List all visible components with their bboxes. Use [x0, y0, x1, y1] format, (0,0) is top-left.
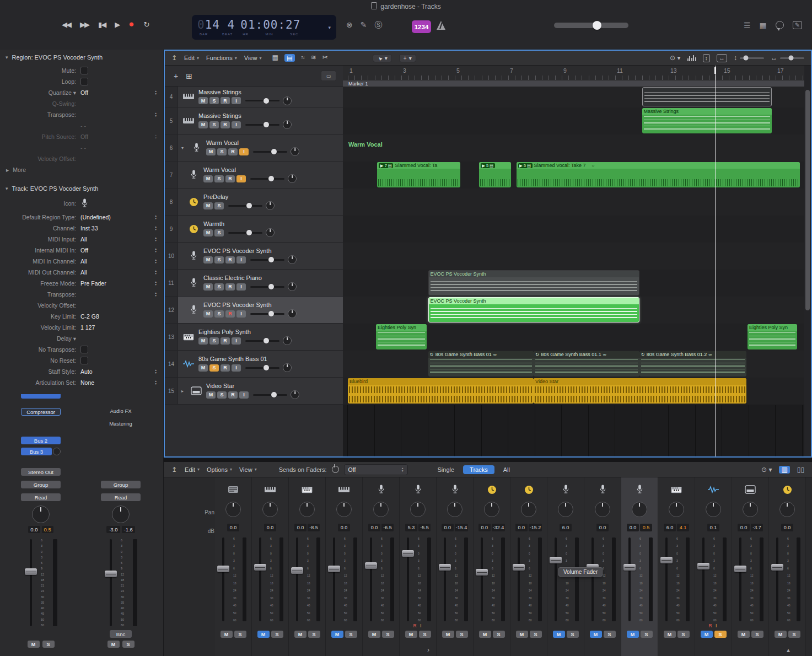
volume-fader[interactable]: 6303612182430405060 [363, 536, 399, 623]
fader-cap[interactable] [291, 567, 303, 574]
take-badge[interactable]: ▶7▤ [379, 163, 393, 168]
library-monitor-button[interactable]: ▭ [321, 71, 336, 81]
volume-fader[interactable]: 6303612182430405060 [769, 536, 805, 623]
track-r-button[interactable]: R [221, 97, 230, 104]
volume-fader[interactable]: 6303612182430405060 [252, 536, 288, 623]
compose-icon[interactable]: ✎ [793, 21, 802, 29]
volume-fader[interactable]: 6303612182430405060 [547, 536, 584, 623]
vertical-zoom-slider[interactable]: ↕ [734, 55, 764, 61]
fader-cap[interactable] [623, 564, 636, 571]
mute-button[interactable]: M [516, 631, 528, 638]
region[interactable]: EVOC PS Vocoder Synth [428, 297, 639, 322]
mute-button[interactable]: M [738, 631, 750, 638]
disclosure-chevron-icon[interactable]: ▸ [181, 389, 186, 394]
track-i-button[interactable]: I [236, 256, 246, 264]
scroll-up-icon[interactable]: ▴ [787, 646, 790, 654]
track-s-button[interactable]: S [214, 202, 224, 209]
mute-button[interactable]: M [28, 641, 40, 648]
track-pan-knob[interactable] [291, 147, 299, 156]
param-checkbox[interactable] [80, 67, 88, 74]
fader-cap[interactable] [328, 566, 340, 572]
track-name[interactable]: 80s Game Synth Bass 01 [198, 356, 340, 362]
fader-cap[interactable] [771, 564, 783, 571]
split-icon[interactable]: ✂ [322, 54, 328, 62]
fader-cap[interactable] [105, 571, 117, 577]
pan-knob[interactable] [447, 502, 463, 517]
automation-read-button[interactable]: Read [101, 493, 141, 501]
automation-input-labels[interactable] [547, 623, 584, 629]
track-header[interactable]: 1480s Game Synth Bass 01MSRI [165, 351, 343, 378]
track-s-button[interactable]: S [209, 97, 219, 104]
stepper-icon[interactable]: ▴▾ [155, 369, 157, 374]
region[interactable]: ↻80s Game Synth Bass 01.2∞ [639, 351, 746, 377]
track-lane[interactable] [343, 243, 804, 270]
group-button[interactable]: Group [101, 481, 141, 488]
param-value[interactable]: Auto [80, 368, 93, 375]
pan-knob[interactable] [336, 502, 352, 517]
automation-input-labels[interactable] [621, 623, 658, 629]
mixer-strip[interactable]: 5.3-5.56303612182430405060R IMS [400, 477, 437, 656]
solo-mode-icon[interactable]: Ⓢ [374, 21, 382, 29]
gain-value[interactable]: 0.0 [294, 524, 306, 531]
param-value[interactable]: C-2 G8 [80, 313, 99, 320]
solo-button[interactable]: S [42, 641, 55, 648]
mute-button[interactable]: M [294, 631, 306, 638]
region[interactable]: Massive Strings [642, 108, 772, 133]
track-name[interactable]: EVOC PS Vocoder Synth [203, 248, 340, 254]
param-checkbox[interactable] [80, 357, 88, 364]
pointer-tool-button[interactable]: ▲▾ [373, 54, 392, 62]
duplicate-track-button[interactable]: ⊞ [186, 72, 192, 80]
take-badge[interactable]: ▶5▤ [518, 163, 533, 168]
mute-button[interactable]: M [664, 631, 676, 638]
no-input-icon[interactable]: ⊗ [346, 21, 353, 29]
go-to-beginning-button[interactable]: ▮◀ [98, 20, 105, 29]
mixer-strip[interactable]: 6.04.16303612182430405060MS [658, 477, 695, 656]
track-r-button[interactable]: R [221, 337, 230, 345]
mixer-strip[interactable]: 0.0-15.46303612182430405060MS [437, 477, 474, 656]
param-value[interactable]: None [80, 379, 94, 386]
pan-knob[interactable] [779, 502, 795, 517]
track-header[interactable]: 15▸Video StarMSRI [165, 378, 343, 405]
volume-fader[interactable]: 6303612182430405060 [584, 536, 621, 623]
track-header[interactable]: 7Warm VocalMSRI [165, 162, 343, 189]
gain-value[interactable]: 0.1 [707, 524, 719, 531]
solo-button[interactable]: S [234, 631, 246, 638]
flex-icon[interactable]: ≋ [311, 54, 316, 62]
region[interactable] [642, 87, 772, 106]
track-s-button[interactable]: S [214, 283, 224, 291]
track-i-button[interactable]: I [232, 121, 241, 128]
mastering-label[interactable]: Mastering [101, 421, 141, 428]
view-tracks-button[interactable]: Tracks [463, 465, 494, 474]
region-inspector-header[interactable]: ▾Region: EVOC PS Vocoder Synth [0, 51, 163, 64]
automation-input-labels[interactable] [437, 623, 473, 629]
menu-view[interactable]: View▾ [239, 466, 257, 473]
output-button[interactable]: Stereo Out [21, 468, 61, 476]
view-single-button[interactable]: Single [438, 466, 455, 473]
automation-input-labels[interactable] [215, 623, 251, 629]
volume-fader[interactable]: 6303612182430405060 [510, 536, 547, 623]
volume-fader[interactable]: 6303612182430405060 [732, 536, 768, 623]
track-pan-knob[interactable] [283, 120, 292, 129]
mixer-strip[interactable]: 6.06303612182430405060MS [547, 477, 584, 656]
param-checkbox[interactable] [80, 78, 88, 85]
track-lane[interactable] [343, 135, 804, 162]
pan-knob[interactable] [373, 502, 389, 517]
track-name[interactable]: EVOC PS Vocoder Synth [203, 302, 340, 308]
region[interactable]: ▶5▤Slammed Vocal: Take 7○ [517, 162, 800, 187]
solo-button[interactable]: S [641, 631, 653, 638]
automation-input-labels[interactable] [252, 623, 288, 629]
stepper-icon[interactable]: ▴▾ [155, 90, 157, 95]
track-name[interactable]: Video Star [206, 383, 340, 389]
track-volume-slider[interactable] [245, 367, 279, 369]
mixer-strip[interactable]: 0.00.56303612182430405060MS [621, 477, 658, 656]
audio-fx-label[interactable]: Audio FX [101, 408, 141, 415]
track-pan-knob[interactable] [288, 174, 297, 183]
track-s-button[interactable]: S [209, 121, 219, 128]
automation-read-button[interactable]: Read [21, 493, 61, 501]
automation-input-labels[interactable] [474, 623, 510, 629]
mixer-strip[interactable]: 0.0-6.56303612182430405060MS [363, 477, 400, 656]
track-m-button[interactable]: M [198, 121, 208, 128]
solo-button[interactable]: S [493, 631, 505, 638]
track-r-button[interactable]: R [225, 283, 235, 291]
volume-fader[interactable]: 63036912182124303540455060 [103, 537, 138, 628]
